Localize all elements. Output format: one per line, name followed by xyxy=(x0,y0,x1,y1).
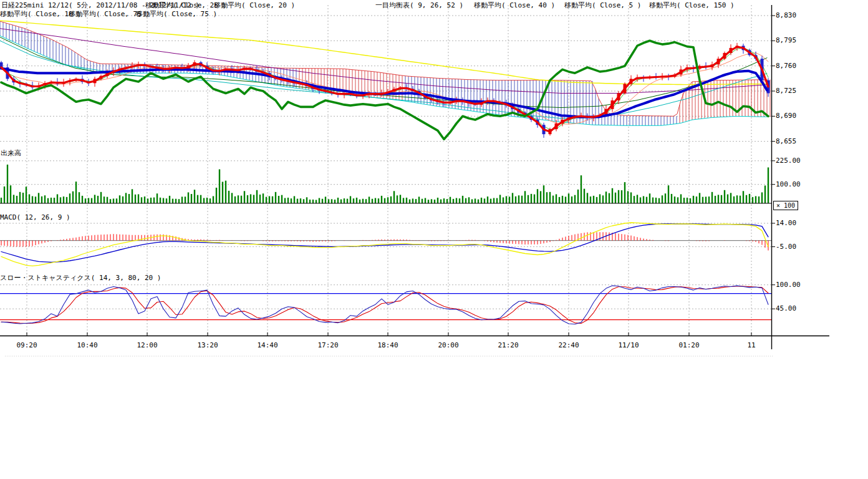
price-axis-label: 8,795 xyxy=(776,37,796,44)
indicator-legend-label[interactable]: 移動平均( Close, 150 ) xyxy=(649,2,735,9)
time-axis-label: 18:40 xyxy=(378,342,398,349)
price-axis-label: 8,725 xyxy=(776,87,796,95)
ma-10-line xyxy=(1,48,768,130)
indicator-legend-label[interactable]: 移動平均( Close, 5 ) xyxy=(564,2,641,9)
macd-panel-title: MACD( 12, 26, 9 ) xyxy=(0,214,70,221)
time-axis-label: 20:00 xyxy=(438,342,459,349)
ichimoku-lagging-span-line xyxy=(1,41,768,139)
macd-axis-label: 14.00 xyxy=(776,220,796,227)
ma-5-line xyxy=(1,47,768,132)
time-axis-label: 11 xyxy=(747,342,755,349)
time-axis-label: 21:20 xyxy=(498,342,519,349)
time-axis-label: 14:40 xyxy=(258,342,278,349)
price-axis-label: 8,655 xyxy=(776,138,796,145)
time-axis-label: 01:20 xyxy=(679,342,700,349)
time-axis-label: 22:40 xyxy=(559,342,579,349)
volume-panel-title: 出来高 xyxy=(1,150,21,157)
volume-multiplier-badge: × 100 xyxy=(773,201,798,210)
time-axis-label: 09:20 xyxy=(17,342,37,349)
indicator-legend-label[interactable]: 移動平均( Close, 40 ) xyxy=(474,2,555,9)
stoch-percent-k-line xyxy=(1,286,768,324)
indicator-legend-label[interactable]: 一目均衡表( 9, 26, 52 ) xyxy=(375,2,463,9)
chart-window: 日経225mini 12/12( 5分, 2012/11/08 - 2012/1… xyxy=(0,0,868,479)
price-axis-label: 8,760 xyxy=(776,62,796,70)
time-axis-label: 13:20 xyxy=(198,342,218,349)
macd-axis-label: -5.00 xyxy=(776,243,796,251)
price-axis-label: 8,690 xyxy=(776,112,796,120)
stochastics-panel-title: スロー・ストキャスティクス( 14, 3, 80, 20 ) xyxy=(0,274,161,282)
stoch-axis-label: 45.00 xyxy=(776,305,796,312)
time-axis-label: 12:00 xyxy=(137,342,158,349)
macd-line xyxy=(1,223,768,266)
time-axis-label: 17:20 xyxy=(318,342,339,349)
stoch-percent-d-line xyxy=(1,286,768,324)
volume-axis-label: 225.00 xyxy=(776,157,801,165)
macd-signal-line xyxy=(1,224,768,262)
price-axis-label: 8,830 xyxy=(776,12,796,19)
stoch-axis-label: 100.00 xyxy=(776,281,801,289)
ma-20-line xyxy=(1,53,768,124)
volume-axis-label: 100.00 xyxy=(776,181,801,188)
indicator-legend-label[interactable]: 移動平均( Close, 20 ) xyxy=(214,2,295,9)
indicator-legend-label[interactable]: 移動平均( Close, 75 ) xyxy=(136,11,217,18)
chart-canvas[interactable] xyxy=(0,0,868,479)
time-axis-label: 11/10 xyxy=(619,342,639,349)
time-axis-label: 10:40 xyxy=(77,342,98,349)
